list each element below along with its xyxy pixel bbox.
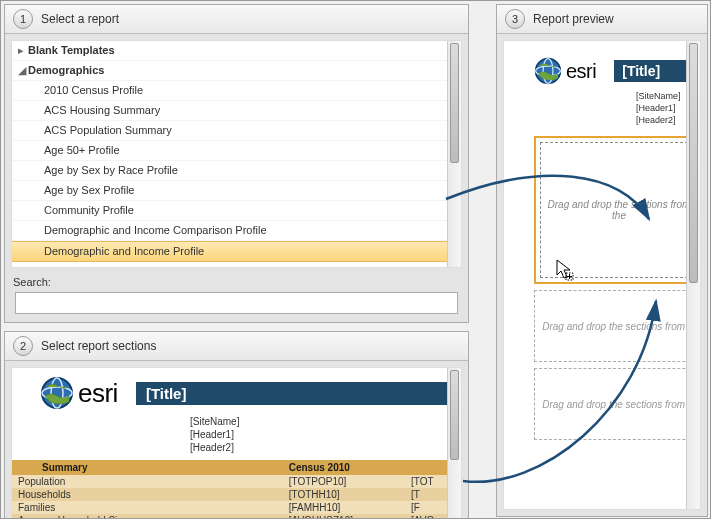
preview-body[interactable]: esri [Title] [SiteName] [Header1] [Heade… [503, 40, 701, 510]
search-input[interactable] [15, 292, 458, 314]
report-tree[interactable]: ▸Blank Templates ◢Demographics 2010 Cens… [11, 40, 462, 268]
preview-title-bar: [Title] [614, 60, 690, 82]
esri-logo-text: esri [566, 60, 596, 83]
summary-header-row: Summary Census 2010 [12, 460, 461, 475]
scrollbar[interactable] [447, 368, 461, 519]
drop-hint: Drag and drop the sections from the [542, 399, 701, 410]
panel2-header: 2 Select report sections [5, 332, 468, 361]
table-row: Population[TOTPOP10][TOT [12, 475, 461, 488]
scroll-thumb[interactable] [689, 43, 698, 283]
globe-icon [40, 376, 74, 410]
tree-group-blank[interactable]: ▸Blank Templates [12, 41, 461, 61]
tree-item[interactable]: ACS Housing Summary [12, 101, 461, 121]
tree-item[interactable]: Detailed Age Profile [12, 262, 461, 268]
esri-logo-text: esri [78, 378, 118, 409]
sections-body[interactable]: esri [Title] [SiteName] [Header1] [Heade… [11, 367, 462, 519]
step-badge-2: 2 [13, 336, 33, 356]
preview-logo-row: esri [Title] [528, 49, 700, 87]
scrollbar[interactable] [447, 41, 461, 267]
drop-zone[interactable]: Drag and drop the sections from the [534, 290, 701, 362]
step-badge-3: 3 [505, 9, 525, 29]
scroll-thumb[interactable] [450, 370, 459, 460]
scrollbar[interactable] [686, 41, 700, 509]
search-label: Search: [5, 274, 468, 292]
drop-hint: Drag and drop the sections from the [540, 142, 698, 278]
step-badge-1: 1 [13, 9, 33, 29]
tree-item[interactable]: Age by Sex Profile [12, 181, 461, 201]
panel-report-preview: 3 Report preview esri [ [496, 4, 708, 517]
panel1-title: Select a report [41, 12, 119, 26]
section-title-bar: [Title] [136, 382, 451, 405]
panel-select-report: 1 Select a report ▸Blank Templates ◢Demo… [4, 4, 469, 323]
table-row: Families[FAMHH10][F [12, 501, 461, 514]
preview-header-lines: [SiteName] [Header1] [Header2] [528, 87, 700, 132]
panel2-title: Select report sections [41, 339, 156, 353]
tree-group-demographics[interactable]: ◢Demographics [12, 61, 461, 81]
panel1-header: 1 Select a report [5, 5, 468, 34]
section-header-lines: [SiteName] [Header1] [Header2] [12, 412, 461, 460]
summary-table[interactable]: Summary Census 2010 Population[TOTPOP10]… [12, 460, 461, 519]
tree-item[interactable]: Age by Sex by Race Profile [12, 161, 461, 181]
tree-item[interactable]: Age 50+ Profile [12, 141, 461, 161]
section-logo-row: esri [Title] [12, 368, 461, 412]
globe-icon [534, 57, 562, 85]
table-row: Average Household Size[AVGHHSZ10][AVG [12, 514, 461, 519]
tree-item[interactable]: Demographic and Income Comparison Profil… [12, 221, 461, 241]
tree-item[interactable]: Community Profile [12, 201, 461, 221]
scroll-thumb[interactable] [450, 43, 459, 163]
panel-select-sections: 2 Select report sections esri [Title] [4, 331, 469, 519]
tree-item[interactable]: ACS Population Summary [12, 121, 461, 141]
drop-zone-active[interactable]: Drag and drop the sections from the [534, 136, 701, 284]
drop-hint: Drag and drop the sections from the [542, 321, 701, 332]
preview-page: esri [Title] [SiteName] [Header1] [Heade… [504, 41, 700, 440]
esri-logo: esri [40, 376, 118, 410]
drop-zone[interactable]: Drag and drop the sections from the [534, 368, 701, 440]
panel3-title: Report preview [533, 12, 614, 26]
esri-logo: esri [534, 57, 596, 85]
tree-item-selected[interactable]: Demographic and Income Profile [12, 241, 461, 262]
panel3-header: 3 Report preview [497, 5, 707, 34]
tree-item[interactable]: 2010 Census Profile [12, 81, 461, 101]
table-row: Households[TOTHH10][T [12, 488, 461, 501]
